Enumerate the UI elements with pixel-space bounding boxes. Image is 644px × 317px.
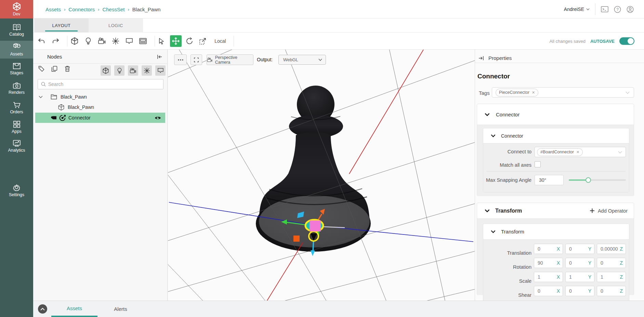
- connector-inner-header[interactable]: Connector: [483, 128, 629, 143]
- catalog-icon: [13, 24, 21, 31]
- add-mesh-button[interactable]: [71, 37, 78, 45]
- sidebar-item-settings[interactable]: Settings: [0, 181, 33, 199]
- collapse-nodes-panel-icon[interactable]: [157, 54, 162, 61]
- perspective-camera-button[interactable]: Perspective Camera: [207, 54, 253, 65]
- sidebar-item-analytics[interactable]: Analytics: [0, 137, 33, 155]
- connector-section-header[interactable]: Connector: [477, 104, 634, 125]
- transform-field-rotation-z[interactable]: 0Z: [597, 258, 626, 268]
- tab-layout[interactable]: LAYOUT: [34, 18, 89, 33]
- sidebar-item-assets[interactable]: Assets: [0, 41, 33, 59]
- tag-icon[interactable]: [38, 66, 44, 73]
- account-icon[interactable]: [627, 6, 634, 13]
- tree-row-root[interactable]: Black_Pawn: [33, 92, 167, 102]
- sidebar-item-orders[interactable]: Orders: [0, 99, 33, 117]
- redo-button[interactable]: [52, 38, 59, 44]
- rotate-tool-button[interactable]: [186, 37, 193, 45]
- help-icon[interactable]: ?: [614, 6, 621, 13]
- bottom-tab-alerts[interactable]: Alerts: [97, 301, 144, 317]
- match-axes-checkbox[interactable]: [535, 161, 541, 167]
- gizmo-center-square[interactable]: [310, 220, 321, 231]
- snapping-slider-thumb[interactable]: [586, 177, 591, 183]
- bottom-tab-assets[interactable]: Assets: [51, 301, 97, 317]
- delete-icon[interactable]: [65, 66, 70, 73]
- autosave-toggle[interactable]: [619, 37, 634, 45]
- sidebar-item-renders[interactable]: Renders: [0, 79, 33, 97]
- sidebar-item-stages[interactable]: Stages: [0, 60, 33, 78]
- transform-field-rotation-x[interactable]: 90X: [534, 258, 563, 268]
- select-tool-button[interactable]: [158, 38, 165, 45]
- toolbar: Local All changes saved AUTOSAVE: [33, 33, 644, 50]
- add-camera-button[interactable]: [98, 38, 106, 45]
- viewport-menu-button[interactable]: [174, 54, 187, 65]
- breadcrumb-chessset[interactable]: ChessSet: [102, 7, 124, 12]
- viewport-3d[interactable]: Perspective Camera Output: WebGL: [168, 50, 475, 301]
- chevron-down-icon: [618, 149, 622, 155]
- max-snapping-input[interactable]: 30°: [535, 175, 564, 185]
- search-input[interactable]: Search: [38, 79, 163, 89]
- output-select[interactable]: WebGL: [278, 55, 326, 65]
- breadcrumb-separator: ›: [98, 7, 99, 12]
- connector-icon: [59, 115, 66, 121]
- transform-inner-header[interactable]: Transform: [483, 224, 629, 239]
- filter-cameras-button[interactable]: [128, 65, 138, 76]
- scale-tool-button[interactable]: [199, 37, 207, 45]
- stages-icon: [13, 63, 21, 69]
- transform-field-translation-x[interactable]: 0X: [534, 244, 563, 254]
- add-axis-button[interactable]: [112, 37, 119, 45]
- chevron-down-icon: [586, 8, 590, 10]
- tag-pill[interactable]: PieceConnector✕: [496, 89, 538, 97]
- connect-to-pill[interactable]: #BoardConnector✕: [537, 148, 583, 156]
- transform-field-translation-z[interactable]: 0.00000Z: [597, 244, 626, 254]
- remove-tag-icon[interactable]: ✕: [532, 90, 535, 95]
- tree-row-mesh[interactable]: Black_Pawn: [33, 102, 167, 112]
- filter-annotations-button[interactable]: [155, 65, 166, 76]
- svg-text:?: ?: [616, 7, 619, 12]
- transform-field-shear-z[interactable]: 0Z: [597, 286, 626, 296]
- assets-icon: [12, 43, 21, 51]
- filter-meshes-button[interactable]: [101, 65, 111, 76]
- breadcrumb-connectors[interactable]: Connectors: [68, 7, 95, 12]
- transform-field-scale-x[interactable]: 1X: [534, 272, 563, 282]
- divider: [33, 63, 167, 64]
- transform-field-scale-z[interactable]: 1Z: [597, 272, 626, 282]
- transform-field-translation-y[interactable]: 0Y: [565, 244, 594, 254]
- breadcrumb-assets[interactable]: Assets: [45, 7, 61, 12]
- undo-button[interactable]: [38, 38, 45, 44]
- expand-bottom-panel-button[interactable]: [38, 304, 47, 314]
- add-operator-button[interactable]: Add Operator: [590, 208, 628, 214]
- fullscreen-button[interactable]: [190, 54, 202, 65]
- remove-connection-icon[interactable]: ✕: [576, 150, 579, 154]
- collapse-properties-icon[interactable]: [478, 56, 484, 62]
- transform-field-shear-y[interactable]: 0Y: [565, 286, 594, 296]
- transform-field-rotation-y[interactable]: 0Y: [565, 258, 594, 268]
- sidebar-item-catalog[interactable]: Catalog: [0, 21, 33, 39]
- toggle-knob: [628, 38, 634, 44]
- visibility-eye-icon[interactable]: [155, 116, 161, 120]
- divider: [475, 63, 644, 63]
- transform-field-scale-y[interactable]: 1Y: [565, 272, 594, 282]
- add-annotation-button[interactable]: [126, 38, 133, 44]
- connector-section-body: Connector Connect to #BoardConnector✕ Ma…: [477, 125, 634, 196]
- move-tool-button[interactable]: [170, 35, 182, 47]
- tree-row-connector[interactable]: Connector: [35, 113, 165, 123]
- analytics-icon: [13, 140, 21, 147]
- transform-field-shear-x[interactable]: 0X: [534, 286, 563, 296]
- dev-logo[interactable]: Dev: [0, 0, 33, 18]
- shear-label: Shear: [518, 292, 531, 298]
- transform-section-header[interactable]: Transform Add Operator: [477, 203, 634, 218]
- coordinate-space-selector[interactable]: Local: [214, 38, 226, 44]
- filter-lights-button[interactable]: [114, 65, 124, 76]
- terminal-icon[interactable]: [601, 6, 608, 13]
- tab-logic[interactable]: LOGIC: [89, 18, 143, 33]
- add-panel-button[interactable]: [139, 38, 147, 44]
- tags-input[interactable]: PieceConnector✕: [492, 87, 634, 98]
- filter-axes-button[interactable]: [142, 65, 152, 76]
- duplicate-icon[interactable]: [51, 66, 57, 73]
- add-light-button[interactable]: [86, 37, 91, 45]
- connector-section-card: Connector Connector Connect to #BoardCon…: [477, 104, 634, 196]
- output-label: Output:: [257, 57, 273, 62]
- connect-to-input[interactable]: #BoardConnector✕: [535, 147, 626, 157]
- user-menu[interactable]: AndreiSE: [564, 7, 590, 12]
- sidebar-item-apps[interactable]: Apps: [0, 118, 33, 136]
- gizmo-plane-handle-orange[interactable]: [293, 236, 300, 242]
